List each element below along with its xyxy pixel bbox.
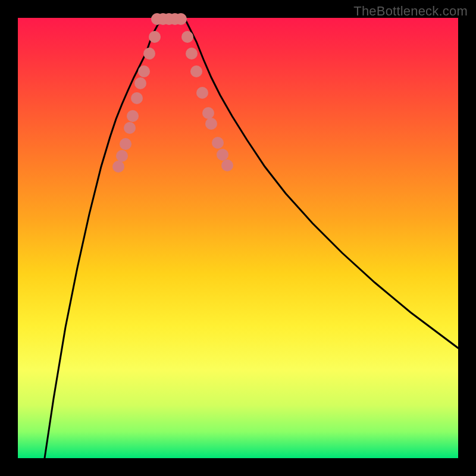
chart-svg <box>18 18 458 458</box>
marker-dot <box>120 138 131 150</box>
marker-dot <box>217 149 228 161</box>
marker-dot <box>116 150 128 162</box>
marker-dot <box>138 65 150 77</box>
marker-dot <box>131 92 143 104</box>
marker-dot <box>134 77 146 89</box>
marker-dot <box>205 118 217 130</box>
marker-dot <box>175 13 187 25</box>
marker-dot <box>202 107 214 119</box>
marker-dot <box>124 122 136 134</box>
marker-dot <box>149 31 161 43</box>
marker-dot <box>143 48 155 60</box>
marker-dot <box>212 137 224 149</box>
marker-dot <box>196 87 208 99</box>
chart-container: TheBottleneck.com <box>0 0 476 476</box>
watermark-text: TheBottleneck.com <box>353 4 468 19</box>
marker-dot <box>181 31 193 43</box>
curve-paths <box>45 18 458 458</box>
marker-dot <box>221 159 233 171</box>
marker-dot <box>186 48 198 60</box>
marker-dot <box>127 110 139 122</box>
series-right-curve <box>184 18 458 348</box>
marker-dots <box>112 13 233 173</box>
marker-dot <box>190 65 202 77</box>
marker-dot <box>112 161 124 173</box>
